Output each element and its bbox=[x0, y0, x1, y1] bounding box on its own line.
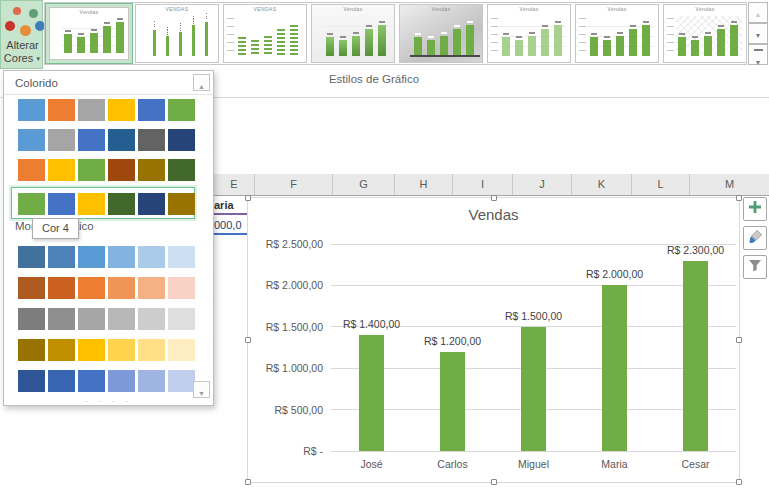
color-swatch[interactable] bbox=[78, 370, 105, 392]
color-swatch[interactable] bbox=[138, 246, 165, 268]
color-swatch[interactable] bbox=[138, 370, 165, 392]
color-swatch[interactable] bbox=[168, 193, 195, 215]
color-swatch[interactable] bbox=[108, 159, 135, 181]
gallery-style-8[interactable]: Vendas bbox=[663, 4, 747, 63]
color-swatch[interactable] bbox=[48, 277, 75, 299]
column-header-g[interactable]: G bbox=[333, 174, 395, 195]
chart-elements-button[interactable] bbox=[743, 197, 767, 221]
color-swatch[interactable] bbox=[78, 99, 105, 121]
column-header-m[interactable]: M bbox=[690, 174, 769, 195]
color-swatch[interactable] bbox=[78, 193, 105, 215]
gallery-style-6[interactable]: Vendas bbox=[487, 4, 571, 63]
color-swatch[interactable] bbox=[138, 308, 165, 330]
color-swatch[interactable] bbox=[138, 277, 165, 299]
color-swatch[interactable] bbox=[138, 193, 165, 215]
color-swatch[interactable] bbox=[138, 159, 165, 181]
color-swatch[interactable] bbox=[18, 277, 45, 299]
color-swatch[interactable] bbox=[168, 246, 195, 268]
color-swatch[interactable] bbox=[138, 339, 165, 361]
column-header-j[interactable]: J bbox=[513, 174, 572, 195]
bar-cesar[interactable] bbox=[683, 261, 708, 451]
gallery-style-3[interactable]: VENDAS bbox=[223, 4, 307, 63]
selection-handle[interactable] bbox=[245, 195, 251, 201]
axis-dash bbox=[227, 50, 234, 51]
color-swatch[interactable] bbox=[78, 159, 105, 181]
color-swatch[interactable] bbox=[18, 246, 45, 268]
color-swatch[interactable] bbox=[18, 193, 45, 215]
selection-handle[interactable] bbox=[491, 195, 497, 201]
data-label: R$ 1.400,00 bbox=[327, 318, 417, 330]
bar-miguel[interactable] bbox=[521, 327, 546, 451]
color-swatch[interactable] bbox=[168, 99, 195, 121]
gallery-more-button[interactable]: ▼ bbox=[748, 44, 768, 65]
selection-handle[interactable] bbox=[736, 337, 742, 343]
color-swatch[interactable] bbox=[18, 99, 45, 121]
column-header-l[interactable]: L bbox=[632, 174, 690, 195]
column-header-e[interactable]: E bbox=[214, 174, 255, 195]
color-swatch[interactable] bbox=[18, 308, 45, 330]
color-swatch[interactable] bbox=[48, 159, 75, 181]
cell-maria-partial[interactable]: aria bbox=[214, 198, 247, 215]
vendas-chart[interactable]: Vendas R$ 2.500,00R$ 2.000,00R$ 1.500,00… bbox=[247, 197, 740, 483]
column-header-h[interactable]: H bbox=[395, 174, 453, 195]
chart-title[interactable]: Vendas bbox=[248, 206, 739, 223]
color-swatch[interactable] bbox=[168, 339, 195, 361]
color-swatch[interactable] bbox=[18, 370, 45, 392]
color-swatch[interactable] bbox=[138, 99, 165, 121]
gallery-style-4[interactable]: Vendas bbox=[311, 4, 395, 63]
color-swatch[interactable] bbox=[168, 308, 195, 330]
color-swatch[interactable] bbox=[168, 159, 195, 181]
bar-josé[interactable] bbox=[359, 335, 384, 451]
color-swatch[interactable] bbox=[78, 129, 105, 151]
color-swatch[interactable] bbox=[18, 339, 45, 361]
color-swatch[interactable] bbox=[108, 246, 135, 268]
color-swatch[interactable] bbox=[108, 193, 135, 215]
gallery-style-7[interactable]: Vendas bbox=[575, 4, 659, 63]
selection-handle[interactable] bbox=[736, 195, 742, 201]
color-swatch[interactable] bbox=[168, 277, 195, 299]
bar-maria[interactable] bbox=[602, 285, 627, 451]
color-swatch[interactable] bbox=[78, 277, 105, 299]
color-swatch[interactable] bbox=[48, 99, 75, 121]
color-swatch[interactable] bbox=[18, 129, 45, 151]
column-header-i[interactable]: I bbox=[453, 174, 513, 195]
color-swatch[interactable] bbox=[108, 308, 135, 330]
chart-styles-button[interactable] bbox=[743, 226, 767, 250]
gallery-style-5[interactable]: Vendas bbox=[399, 4, 483, 63]
mini-data-label bbox=[718, 25, 724, 27]
color-swatch[interactable] bbox=[48, 193, 75, 215]
color-swatch[interactable] bbox=[138, 129, 165, 151]
color-swatch[interactable] bbox=[108, 277, 135, 299]
selection-handle[interactable] bbox=[245, 479, 251, 485]
color-swatch[interactable] bbox=[48, 129, 75, 151]
resize-grip[interactable]: · · · · bbox=[4, 396, 213, 406]
gallery-scroll-up-button[interactable]: ▲ bbox=[748, 2, 768, 23]
gallery-style-1[interactable]: Vendas bbox=[45, 3, 133, 64]
color-swatch[interactable] bbox=[108, 339, 135, 361]
bar-carlos[interactable] bbox=[440, 352, 465, 451]
selection-handle[interactable] bbox=[245, 337, 251, 343]
color-swatch[interactable] bbox=[108, 370, 135, 392]
color-swatch[interactable] bbox=[18, 159, 45, 181]
gallery-style-2[interactable]: VENDAS bbox=[135, 4, 219, 63]
color-swatch[interactable] bbox=[78, 339, 105, 361]
color-swatch[interactable] bbox=[168, 370, 195, 392]
color-swatch[interactable] bbox=[108, 129, 135, 151]
column-header-k[interactable]: K bbox=[572, 174, 632, 195]
color-swatch[interactable] bbox=[48, 370, 75, 392]
color-swatch[interactable] bbox=[108, 99, 135, 121]
chart-filters-button[interactable] bbox=[743, 255, 767, 279]
color-swatch[interactable] bbox=[48, 308, 75, 330]
color-swatch[interactable] bbox=[168, 129, 195, 151]
color-swatch[interactable] bbox=[48, 339, 75, 361]
selection-handle[interactable] bbox=[736, 479, 742, 485]
selection-handle[interactable] bbox=[491, 479, 497, 485]
color-swatch[interactable] bbox=[78, 246, 105, 268]
column-header-f[interactable]: F bbox=[255, 174, 333, 195]
change-colors-button[interactable]: Alterar Cores▼ bbox=[0, 0, 43, 69]
dropdown-scroll-up-button[interactable]: ▲ bbox=[193, 74, 210, 91]
gallery-scroll-down-button[interactable]: ▼ bbox=[748, 23, 768, 44]
color-swatch[interactable] bbox=[78, 308, 105, 330]
cell-value-partial[interactable]: 000,0 bbox=[214, 217, 247, 235]
color-swatch[interactable] bbox=[48, 246, 75, 268]
